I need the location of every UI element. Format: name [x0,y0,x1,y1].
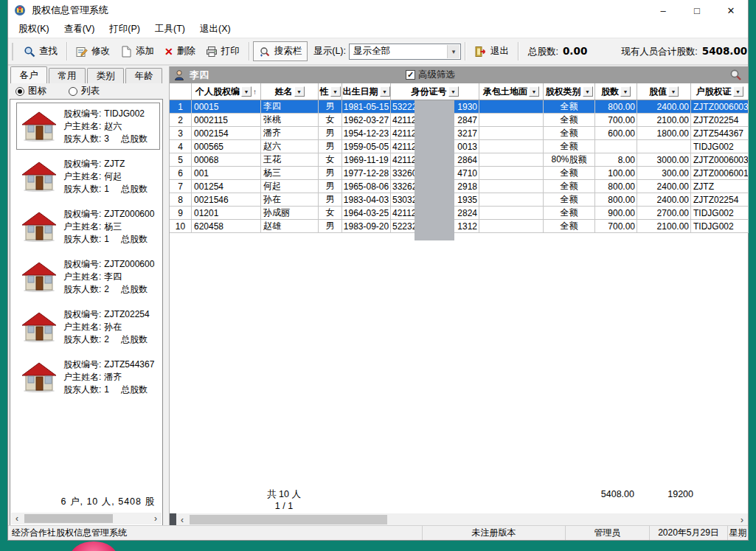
column-header[interactable]: 个人股权编 ▼ ↑ [192,83,261,100]
cell-birthdate: 1959-05-05 [342,140,391,153]
resize-grip[interactable]: ⋰ [740,531,746,538]
scrollbar-gripper[interactable] [170,513,176,526]
list-item[interactable]: 股权编号: TIDJG002 户主姓名: 赵六 股东人数: 3 总股数 [16,103,160,150]
scroll-right-icon[interactable]: › [736,514,748,526]
view-list-option[interactable]: 列表 [69,85,100,97]
column-header[interactable] [170,83,192,100]
id-right-fragment: 2918 [457,181,477,192]
column-header[interactable]: 姓名 ▼ [261,83,319,100]
table-row[interactable]: 7 001254 何起 男 1965-08-06 33262 2918 全额 8… [170,180,748,193]
panel-search-icon[interactable] [729,69,742,81]
id-right-fragment: 1312 [457,221,477,232]
column-header[interactable]: 股权类别 ▼ [544,83,595,100]
column-header[interactable]: 性 ▼ [319,83,342,100]
cell-share-type: 全额 [544,127,595,140]
list-item[interactable]: 股权编号: ZJTZ0006003 户主姓名: 李四 股东人数: 2 总股数 [16,253,160,300]
column-header[interactable]: 股值 ▼ [637,83,691,100]
column-header[interactable]: 承包土地面 ▼ [479,83,544,100]
display-select[interactable]: 显示全部 ▾ [349,44,461,60]
sidebar-tab[interactable]: 常用 [49,68,86,83]
modify-label: 修改 [91,45,110,58]
column-label: 出生日期 [343,86,378,98]
edit-icon [76,46,88,58]
sidebar-scrollbar[interactable]: ‹ › [11,513,162,524]
table-row[interactable]: 5 00068 王花 女 1969-11-19 42112 2864 80%股额… [170,153,748,167]
filter-icon[interactable]: ▼ [583,86,593,97]
cell-name: 赵六 [261,140,319,153]
column-label: 户股权证 [696,86,732,98]
scroll-left-icon[interactable]: ‹ [176,514,188,526]
record-count: 共 10 人 [247,488,321,501]
filter-icon[interactable]: ▼ [330,86,341,97]
scroll-right-icon[interactable]: › [150,513,162,524]
close-button[interactable]: ✕ [714,0,748,21]
list-item[interactable]: 股权编号: ZJTZ0006001 户主姓名: 杨三 股东人数: 1 总股数 [16,203,160,250]
sidebar-tab[interactable]: 各户 [10,66,47,83]
table-row[interactable]: 6 001 杨三 男 1977-12-28 33260 4710 全额 100.… [170,167,748,180]
display-selected-value: 显示全部 [353,45,390,58]
filter-icon[interactable]: ▼ [733,86,743,97]
cell-cert-number: TIDJG002 [691,220,749,233]
modify-button[interactable]: 修改 [71,42,115,60]
menu-item[interactable]: 股权(K) [11,21,57,38]
cell-name: 张桃 [261,114,319,127]
chevron-down-icon[interactable]: ▾ [447,45,460,58]
household-code: ZJTZ0006003 [104,258,155,271]
minimize-button[interactable]: – [646,0,680,21]
toolbar-grip[interactable] [12,43,15,60]
menu-item[interactable]: 查看(V) [57,21,103,38]
cell-shares: 800.00 [595,100,637,114]
filter-icon[interactable]: ▼ [620,86,631,97]
filter-icon[interactable]: ▼ [380,86,390,97]
menu-item[interactable]: 打印(P) [102,21,148,38]
column-header[interactable]: 股数 ▼ [595,83,637,100]
find-button[interactable]: 查找 [18,42,63,60]
list-item[interactable]: 股权编号: ZJTZ 户主姓名: 何起 股东人数: 1 总股数 [16,153,160,200]
table-scrollbar[interactable]: ‹ › [170,513,748,526]
window-controls: – □ ✕ [646,0,748,21]
sidebar-tab[interactable]: 类别 [87,68,124,83]
filter-icon[interactable]: ▼ [529,86,539,97]
filter-icon[interactable]: ▼ [448,86,459,97]
list-item[interactable]: 股权编号: ZJTZ544367 户主姓名: 潘齐 股东人数: 1 总股数 [16,353,160,401]
exit-button[interactable]: 退出 [469,42,514,60]
table-row[interactable]: 9 01201 孙成丽 女 1964-03-25 42112 2824 全额 9… [170,207,748,220]
menu-item[interactable]: 工具(T) [148,21,193,38]
cell-name: 何起 [261,180,319,193]
advanced-filter[interactable]: ✓ 高级筛选 [406,69,455,81]
scroll-left-icon[interactable]: ‹ [11,513,23,524]
table-row[interactable]: 10 620458 赵雄 男 1983-09-20 52232 1312 全额 … [170,220,748,233]
scrollbar-thumb[interactable] [190,515,387,524]
sidebar-tab[interactable]: 年龄 [125,68,162,83]
delete-button[interactable]: ✕ 删除 [159,42,201,60]
household-entries: 股权编号: TIDJG002 户主姓名: 赵六 股东人数: 3 总股数 [10,103,162,401]
table-row[interactable]: 4 000565 赵六 男 1959-05-05 42112 0013 全额 T… [170,140,748,153]
table-row[interactable]: 8 0021546 孙在 男 1983-04-03 53032 1935 全额 … [170,193,748,207]
filter-icon[interactable]: ▼ [668,86,679,97]
add-button[interactable]: 添加 [115,42,159,60]
cell-row-number: 2 [170,114,192,127]
maximize-button[interactable]: □ [680,0,714,21]
checkbox-checked-icon[interactable]: ✓ [406,70,415,80]
menu-item[interactable]: 退出(X) [193,21,238,38]
filter-icon[interactable]: ▼ [294,86,305,97]
filter-icon[interactable]: ▼ [241,86,252,97]
table-row[interactable]: 2 0002115 张桃 女 1962-03-27 42112 2847 全额 … [170,114,748,127]
cell-land-area [479,114,544,127]
page-indicator: 1 / 1 [247,501,321,511]
household-owner: 潘齐 [104,371,122,384]
table-row[interactable]: 1 00015 李四 男 1981-05-15 53222 1930 全额 80… [170,100,748,114]
view-icon-option[interactable]: 图标 [15,85,46,97]
scrollbar-thumb[interactable] [24,514,113,523]
column-header[interactable]: 出生日期 ▼ [342,83,391,100]
list-item[interactable]: 股权编号: ZJTZ02254 户主姓名: 孙在 股东人数: 2 总股数 [16,303,160,350]
household-owner: 杨三 [104,221,122,233]
redaction-overlay [415,100,454,240]
search-bar-toggle[interactable]: 搜索栏 [253,41,308,61]
table-row[interactable]: 3 0002154 潘齐 男 1954-12-23 42112 3217 全额 … [170,127,748,140]
column-header[interactable]: 户股权证 ▼ [691,83,749,100]
print-button[interactable]: 打印 [201,42,245,60]
id-right-fragment: 3217 [457,128,477,139]
column-header[interactable]: 身份证号 ▼ [391,83,479,100]
search-bar-icon [259,46,271,58]
